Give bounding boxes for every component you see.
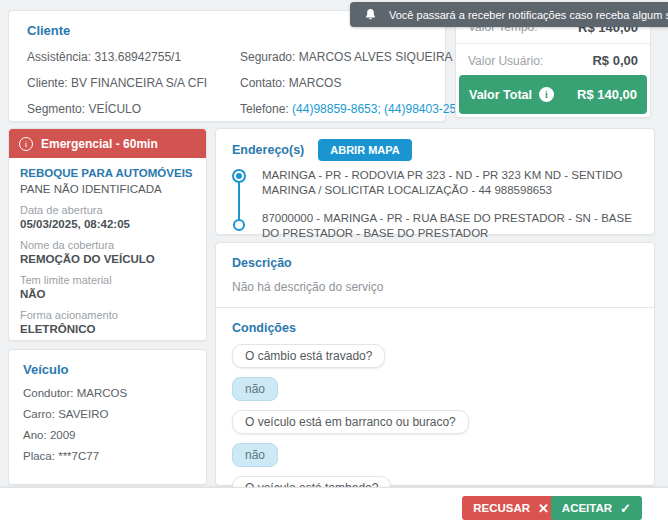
address-card-title: Endereço(s) bbox=[232, 143, 304, 157]
value-total-row: Valor Total i R$ 140,00 bbox=[459, 75, 647, 114]
bell-icon bbox=[364, 8, 377, 21]
car-field: Carro: SAVEIRO bbox=[23, 404, 192, 425]
accept-button[interactable]: ACEITAR ✓ bbox=[551, 496, 642, 520]
year-field: Ano: 2009 bbox=[23, 425, 192, 446]
toast-message: Você passará a receber notificações caso… bbox=[389, 9, 668, 21]
origin-radio-icon[interactable] bbox=[232, 169, 246, 183]
assistance-field: Assistência: 313.68942755/1 bbox=[27, 44, 240, 70]
description-conditions-card: Descrição Não há descrição do serviço Co… bbox=[215, 242, 655, 486]
info-icon[interactable]: i bbox=[539, 87, 554, 102]
description-empty-text: Não há descrição do serviço bbox=[232, 280, 638, 294]
vehicle-card-title: Veículo bbox=[23, 362, 192, 377]
open-date-label: Data de abertura bbox=[20, 204, 195, 216]
vehicle-card: Veículo Condutor: MARCOS Carro: SAVEIRO … bbox=[8, 349, 207, 485]
x-icon: ✕ bbox=[538, 501, 549, 516]
coverage-value: REMOÇÃO DO VEÍCULO bbox=[20, 253, 195, 265]
open-date-value: 05/03/2025, 08:42:05 bbox=[20, 218, 195, 230]
condition-answer-chip: não bbox=[232, 443, 278, 467]
service-dispatch-screen: Cliente Assistência: 313.68942755/1 Clie… bbox=[0, 0, 668, 526]
description-title: Descrição bbox=[232, 256, 638, 270]
client-fields-left: Assistência: 313.68942755/1 Cliente: BV … bbox=[27, 44, 240, 122]
service-card: i Emergencial - 60min REBOQUE PARA AUTOM… bbox=[8, 128, 207, 341]
origin-address-row: MARINGA - PR - RODOVIA PR 323 - ND - PR … bbox=[232, 168, 638, 198]
condition-question-chip: O veículo está em barranco ou buraco? bbox=[232, 410, 469, 434]
origin-address-text: MARINGA - PR - RODOVIA PR 323 - ND - PR … bbox=[262, 169, 622, 196]
destination-address-row: 87000000 - MARINGA - PR - RUA BASE DO PR… bbox=[232, 211, 638, 241]
condition-answer-chip: não bbox=[232, 377, 278, 401]
destination-radio-icon[interactable] bbox=[233, 219, 245, 231]
total-label: Valor Total bbox=[469, 88, 532, 102]
condition-question-chip: O câmbio está travado? bbox=[232, 344, 385, 368]
destination-address-text: 87000000 - MARINGA - PR - RUA BASE DO PR… bbox=[262, 212, 632, 239]
insured-field: Segurado: MARCOS ALVES SIQUEIRA bbox=[240, 44, 470, 70]
client-field: Cliente: BV FINANCEIRA S/A CFI bbox=[27, 70, 240, 96]
phone-link[interactable]: (44)98859-8653; (44)98403-2510 bbox=[292, 102, 469, 116]
decline-button[interactable]: RECUSAR ✕ bbox=[462, 496, 560, 520]
address-card: Endereço(s) ABRIR MAPA MARINGA - PR - RO… bbox=[215, 128, 655, 235]
trigger-mode-value: ELETRÔNICO bbox=[20, 323, 195, 335]
accept-button-label: ACEITAR bbox=[562, 502, 612, 514]
contact-field: Contato: MARCOS bbox=[240, 70, 470, 96]
notification-toast: Você passará a receber notificações caso… bbox=[350, 2, 668, 27]
client-fields: Assistência: 313.68942755/1 Cliente: BV … bbox=[27, 44, 427, 122]
service-problem: PANE NÃO IDENTIFICADA bbox=[20, 183, 195, 195]
address-timeline: MARINGA - PR - RODOVIA PR 323 - ND - PR … bbox=[232, 168, 638, 241]
emergency-badge: i Emergencial - 60min bbox=[9, 129, 206, 158]
conditions-title: Condições bbox=[232, 321, 638, 335]
decline-button-label: RECUSAR bbox=[473, 502, 530, 514]
value-user-row: Valor Usuário: R$ 0,00 bbox=[456, 44, 650, 77]
open-map-button[interactable]: ABRIR MAPA bbox=[318, 139, 411, 161]
check-icon: ✓ bbox=[620, 501, 631, 516]
client-fields-right: Segurado: MARCOS ALVES SIQUEIRA Contato:… bbox=[240, 44, 470, 122]
driver-field: Condutor: MARCOS bbox=[23, 383, 192, 404]
emergency-badge-label: Emergencial - 60min bbox=[41, 137, 158, 151]
trigger-mode-label: Forma acionamento bbox=[20, 309, 195, 321]
material-limit-value: NÃO bbox=[20, 288, 195, 300]
service-name: REBOQUE PARA AUTOMÓVEIS bbox=[20, 167, 195, 179]
phone-field: Telefone: (44)98859-8653; (44)98403-2510 bbox=[240, 96, 470, 122]
segment-field: Segmento: VEÍCULO bbox=[27, 96, 240, 122]
total-amount: R$ 140,00 bbox=[577, 87, 637, 102]
coverage-label: Nome da cobertura bbox=[20, 239, 195, 251]
section-divider bbox=[216, 307, 654, 308]
plate-field: Placa: ***7C77 bbox=[23, 446, 192, 467]
action-footer: RECUSAR ✕ ACEITAR ✓ bbox=[0, 487, 668, 526]
info-icon[interactable]: i bbox=[19, 137, 33, 151]
material-limit-label: Tem limite material bbox=[20, 274, 195, 286]
